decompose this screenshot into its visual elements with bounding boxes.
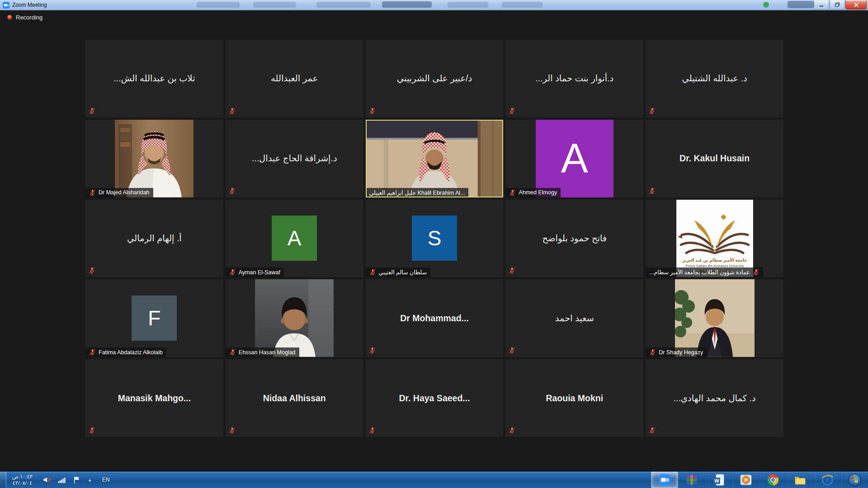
participant-tile[interactable]: Dr. Haya Saeed... bbox=[366, 359, 504, 437]
participant-label-text: Ahmed Elmogy bbox=[519, 189, 557, 196]
participant-label-text: عمادة شؤون الطلاب بجامعة الأمير سطام... bbox=[649, 269, 750, 276]
participant-name: د. كمال محمد الهادي... bbox=[646, 359, 783, 437]
participant-name: Dr. Kakul Husain bbox=[646, 120, 783, 197]
participant-tile[interactable]: أ. إلهام الرمالي bbox=[85, 200, 223, 277]
action-center-flag-icon[interactable] bbox=[73, 476, 81, 484]
language-indicator[interactable]: EN bbox=[99, 477, 113, 483]
participant-name-label: عمادة شؤون الطلاب بجامعة الأمير سطام... bbox=[646, 267, 763, 277]
participant-photo bbox=[646, 279, 783, 357]
clock-date: ٤٢/٠٨/٠٤ bbox=[13, 480, 32, 486]
participant-tile[interactable]: د.أنوار بنت حماد الر... bbox=[505, 40, 643, 117]
muted-mic-icon bbox=[649, 188, 656, 194]
participant-tile[interactable]: Manasik Mahgo... bbox=[85, 359, 223, 437]
participant-name: د.أنوار بنت حماد الر... bbox=[505, 40, 643, 117]
participant-tile[interactable]: جامعة الأمير سطام بن عبد العزيزPrince Sa… bbox=[646, 200, 783, 277]
muted-mic-icon bbox=[649, 108, 656, 114]
participant-tile[interactable]: د/عبير على الشربيني bbox=[366, 40, 504, 117]
participant-tile[interactable]: Dr. Kakul Husain bbox=[646, 120, 783, 197]
participant-tile[interactable]: S سلطان سالم العتيبي bbox=[366, 200, 504, 277]
taskbar-chrome-app[interactable] bbox=[760, 472, 787, 488]
participant-tile[interactable]: Nidaa Alhissan bbox=[226, 359, 363, 437]
svg-text:جامعة الأمير سطام بن عبد العزي: جامعة الأمير سطام بن عبد العزيز bbox=[682, 257, 747, 263]
participant-tile[interactable]: Ehssan Hasan Moglad bbox=[226, 279, 363, 357]
participant-tile[interactable]: فاتح حمود بلواضح bbox=[505, 200, 643, 277]
participant-name-label: خليل ابراهيم العييلي Khalil Ebrahim Al..… bbox=[366, 188, 469, 197]
taskbar-internet-explorer-app[interactable]: e bbox=[814, 472, 841, 488]
muted-mic-icon bbox=[89, 349, 96, 356]
participant-photo bbox=[226, 279, 363, 357]
participant-label-text: Dr Majed Alsharidah bbox=[99, 189, 150, 196]
muted-mic-icon bbox=[369, 108, 376, 114]
background-site-icon bbox=[763, 2, 769, 8]
participant-tile[interactable]: عمر العبدالله bbox=[226, 40, 363, 117]
participant-name-label: Dr Majed Alsharidah bbox=[85, 188, 153, 197]
participant-tile[interactable]: F Fatima Abdalaziz Alkolaib bbox=[85, 279, 223, 357]
participant-label-text: خليل ابراهيم العييلي Khalil Ebrahim Al..… bbox=[369, 189, 465, 196]
participant-name: أ. إلهام الرمالي bbox=[85, 200, 223, 277]
participant-name-label: Ehssan Hasan Moglad bbox=[226, 347, 299, 357]
taskbar-clock[interactable]: ١٠:٤٣ ص ٤٢/٠٨/٠٤ bbox=[6, 472, 38, 488]
window-titlebar: Zoom Meeting bbox=[0, 0, 868, 10]
participant-tile[interactable]: خليل ابراهيم العييلي Khalil Ebrahim Al..… bbox=[366, 120, 504, 197]
participant-tile[interactable]: Dr Shady Hegazy bbox=[646, 279, 783, 357]
participant-tile[interactable]: ثلاب بن عبدالله الش... bbox=[85, 40, 223, 117]
participant-tile[interactable]: د.إشراقة الحاج عبدال... bbox=[226, 120, 363, 197]
participant-tile[interactable]: Raouia Mokni bbox=[505, 359, 643, 437]
svg-text:e: e bbox=[826, 476, 829, 484]
participant-name: د.إشراقة الحاج عبدال... bbox=[226, 120, 363, 197]
participant-tile[interactable]: د. عبدالله الشتيلي bbox=[646, 40, 783, 117]
zoom-logo-icon bbox=[3, 2, 9, 9]
muted-mic-icon bbox=[89, 108, 95, 114]
taskbar-zoom-app[interactable] bbox=[651, 472, 678, 488]
participant-label-text: Ayman El-Sawaf bbox=[239, 269, 280, 276]
participant-name: فاتح حمود بلواضح bbox=[505, 200, 643, 277]
taskbar-file-explorer-app[interactable] bbox=[787, 472, 814, 488]
letter-avatar: A bbox=[272, 216, 317, 261]
recording-indicator: Recording bbox=[7, 14, 42, 21]
participant-name: عمر العبدالله bbox=[226, 40, 363, 117]
minimize-button[interactable] bbox=[814, 0, 829, 9]
background-window-hints bbox=[0, 0, 868, 10]
participant-name-label: Fatima Abdalaziz Alkolaib bbox=[85, 347, 166, 357]
participant-tile[interactable]: Dr Majed Alsharidah bbox=[85, 120, 223, 197]
participant-label-text: Dr Shady Hegazy bbox=[659, 349, 703, 356]
muted-mic-icon bbox=[229, 349, 236, 356]
taskbar-word-app[interactable]: W bbox=[705, 472, 732, 488]
muted-mic-icon bbox=[229, 269, 236, 276]
muted-mic-icon bbox=[509, 108, 515, 114]
participant-tile[interactable]: A Ahmed Elmogy bbox=[505, 120, 643, 197]
muted-mic-icon bbox=[229, 108, 236, 114]
taskbar-media-player-app[interactable] bbox=[732, 472, 760, 488]
participant-photo bbox=[85, 120, 223, 197]
participant-name: Manasik Mahgo... bbox=[85, 359, 223, 437]
show-desktop-button[interactable] bbox=[0, 472, 6, 488]
muted-mic-icon bbox=[649, 349, 656, 356]
network-signal-icon[interactable] bbox=[58, 476, 66, 484]
start-button[interactable] bbox=[841, 472, 868, 488]
participant-name: Raouia Mokni bbox=[505, 359, 643, 437]
participant-grid: ثلاب بن عبدالله الش... عمر العبدالله د/ع… bbox=[85, 40, 783, 437]
participant-name-label: Ahmed Elmogy bbox=[505, 188, 561, 197]
participant-name: د. عبدالله الشتيلي bbox=[646, 40, 783, 117]
participant-tile[interactable]: سعيد احمد bbox=[505, 279, 643, 357]
muted-mic-icon bbox=[229, 188, 236, 194]
muted-mic-icon bbox=[229, 427, 236, 434]
muted-mic-icon bbox=[753, 269, 760, 276]
participant-name-label: Dr Shady Hegazy bbox=[646, 347, 707, 357]
restore-button[interactable] bbox=[830, 0, 845, 9]
participant-photo bbox=[366, 120, 504, 197]
show-hidden-icons-arrow[interactable]: ▲ bbox=[88, 478, 92, 482]
close-button[interactable] bbox=[845, 0, 867, 9]
muted-mic-icon bbox=[509, 267, 515, 274]
volume-muted-icon[interactable] bbox=[43, 476, 51, 484]
taskbar-winrar-app[interactable] bbox=[678, 472, 705, 488]
participant-name: ثلاب بن عبدالله الش... bbox=[85, 40, 223, 117]
muted-mic-icon bbox=[89, 427, 95, 434]
participant-tile[interactable]: د. كمال محمد الهادي... bbox=[646, 359, 783, 437]
system-tray: ▲ EN bbox=[38, 472, 118, 488]
participant-tile[interactable]: A Ayman El-Sawaf bbox=[226, 200, 363, 277]
muted-mic-icon bbox=[509, 189, 516, 196]
svg-text:W: W bbox=[714, 478, 719, 483]
participant-name: د/عبير على الشربيني bbox=[366, 40, 504, 117]
participant-tile[interactable]: Dr Mohammad... bbox=[366, 279, 504, 357]
